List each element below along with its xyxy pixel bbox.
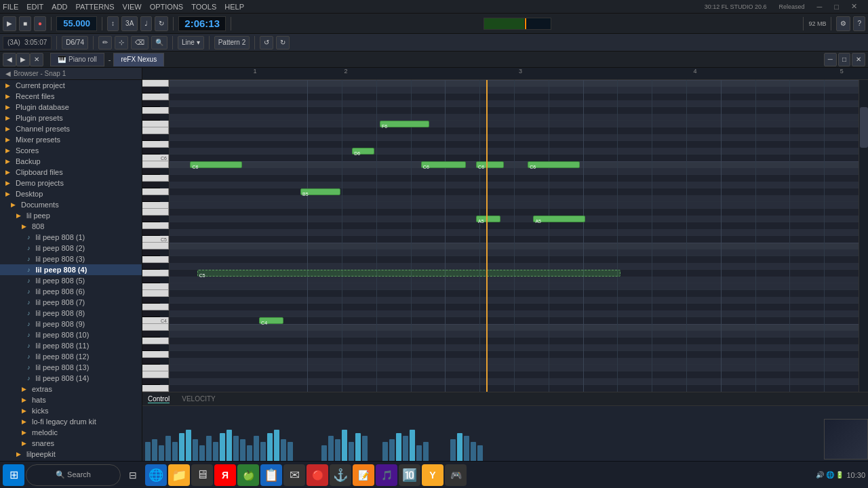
piano-key-31[interactable]	[142, 290, 169, 297]
piano-key-41[interactable]	[142, 358, 160, 365]
piano-key-27[interactable]	[142, 263, 160, 270]
piano-key-43[interactable]	[142, 371, 169, 378]
minimize-button[interactable]: ─	[817, 3, 823, 11]
piano-key-40[interactable]	[142, 351, 169, 358]
sidebar-item-20[interactable]: ♪lil peep 808 (7)	[0, 297, 142, 308]
note-10[interactable]: A5	[533, 216, 585, 222]
velocity-tab[interactable]: VELOCITY	[182, 395, 215, 403]
sidebar-item-11[interactable]: ▶Documents	[0, 199, 142, 210]
piano-key-8[interactable]	[142, 134, 160, 141]
piano-key-0[interactable]	[142, 80, 169, 87]
stop-button[interactable]: ■	[19, 16, 31, 31]
sidebar-item-26[interactable]: ♪lil peep 808 (13)	[0, 362, 142, 373]
piano-key-5[interactable]	[142, 114, 160, 121]
sidebar-item-23[interactable]: ♪lil peep 808 (10)	[0, 329, 142, 340]
app1-taskbar[interactable]: 🍏	[237, 464, 259, 486]
piano-key-33[interactable]	[142, 304, 169, 310]
piano-key-15[interactable]	[142, 182, 160, 188]
piano-key-2[interactable]	[142, 94, 169, 100]
menu-add[interactable]: ADD	[52, 3, 67, 11]
sidebar-item-34[interactable]: ▶lilpeepkit	[0, 449, 142, 460]
note-9[interactable]: C6	[528, 161, 579, 168]
sidebar-item-32[interactable]: ▶melodic	[0, 427, 142, 438]
sidebar-item-8[interactable]: ▶Clipboard files	[0, 167, 142, 178]
note-2[interactable]: B5	[300, 188, 340, 195]
nav-close[interactable]: ✕	[30, 53, 43, 66]
app3-taskbar[interactable]: 🔟	[399, 464, 420, 486]
sidebar-item-14[interactable]: ♪lil peep 808 (1)	[0, 232, 142, 243]
note-6[interactable]: C6	[476, 161, 504, 168]
piano-key-20[interactable]	[142, 216, 160, 222]
menu-view[interactable]: VIEW	[123, 3, 142, 11]
sidebar-item-19[interactable]: ♪lil peep 808 (6)	[0, 286, 142, 297]
menu-options[interactable]: OPTIONS	[150, 3, 184, 11]
note-1[interactable]: C4	[259, 317, 283, 324]
piano-key-21[interactable]	[142, 222, 169, 229]
menu-help[interactable]: HELP	[224, 3, 244, 11]
tab-minimize[interactable]: ─	[824, 53, 837, 66]
snap-button[interactable]: ↕	[107, 16, 119, 31]
control-tab[interactable]: Control	[148, 395, 170, 403]
undo-button[interactable]: ↺	[260, 36, 273, 49]
select-tool[interactable]: ⊹	[115, 36, 128, 49]
snap-type[interactable]: Line ▾	[178, 36, 204, 49]
piano-key-22[interactable]	[142, 229, 160, 236]
mail-taskbar[interactable]: ✉	[283, 464, 305, 486]
note-8[interactable]: C5	[197, 270, 621, 277]
metronome-button[interactable]: ♩	[140, 16, 152, 31]
mixer-button[interactable]: ⚙	[836, 16, 850, 31]
piano-key-32[interactable]	[142, 297, 160, 304]
sidebar-item-7[interactable]: ▶Backup	[0, 156, 142, 167]
piano-key-38[interactable]	[142, 338, 169, 344]
piano-key-12[interactable]	[142, 161, 169, 168]
pattern-display[interactable]: 3A	[121, 16, 138, 31]
piano-key-30[interactable]	[142, 283, 169, 290]
note-4[interactable]: F6	[380, 121, 429, 127]
piano-key-28[interactable]	[142, 270, 169, 277]
piano-key-36[interactable]	[142, 324, 169, 331]
note-5[interactable]: C6	[421, 161, 466, 168]
piano-key-37[interactable]	[142, 331, 160, 338]
close-button[interactable]: ✕	[851, 2, 857, 11]
start-button[interactable]: ⊞	[3, 464, 24, 486]
sidebar-item-0[interactable]: ▶Current project	[0, 80, 142, 91]
menu-tools[interactable]: TOOLS	[191, 3, 216, 11]
sidebar-item-31[interactable]: ▶lo-fi legacy drum kit	[0, 416, 142, 427]
piano-key-7[interactable]	[142, 127, 169, 134]
calendar-taskbar[interactable]: 📋	[260, 464, 282, 486]
piano-key-35[interactable]: C4	[142, 317, 169, 324]
taskview-button[interactable]: ⊟	[122, 464, 144, 486]
sidebar-item-4[interactable]: ▶Channel presets	[0, 123, 142, 134]
maximize-button[interactable]: □	[834, 3, 839, 11]
app2-taskbar[interactable]: 🔴	[307, 464, 328, 486]
music-taskbar[interactable]: 🎵	[376, 464, 397, 486]
piano-key-29[interactable]	[142, 277, 160, 283]
sidebar-item-1[interactable]: ▶Recent files	[0, 91, 142, 102]
sidebar-item-28[interactable]: ▶extras	[0, 384, 142, 394]
sidebar-item-16[interactable]: ♪lil peep 808 (3)	[0, 253, 142, 264]
terminal-taskbar[interactable]: 🖥	[191, 464, 213, 486]
sidebar-item-18[interactable]: ♪lil peep 808 (5)	[0, 275, 142, 286]
piano-key-16[interactable]	[142, 188, 169, 195]
piano-key-44[interactable]	[142, 378, 160, 385]
sidebar-item-22[interactable]: ♪lil peep 808 (9)	[0, 319, 142, 329]
sidebar-item-12[interactable]: ▶lil peep	[0, 210, 142, 221]
piano-key-25[interactable]	[142, 249, 160, 256]
piano-key-26[interactable]	[142, 256, 169, 263]
anchor-taskbar[interactable]: ⚓	[330, 464, 351, 486]
tab-close[interactable]: ✕	[852, 53, 865, 66]
tab-plugin[interactable]: reFX Nexus	[113, 53, 164, 66]
play-button[interactable]: ▶	[3, 16, 16, 31]
piano-key-13[interactable]	[142, 168, 160, 175]
record-button[interactable]: ●	[34, 16, 46, 31]
sidebar-item-27[interactable]: ♪lil peep 808 (14)	[0, 373, 142, 384]
sidebar-item-5[interactable]: ▶Mixer presets	[0, 134, 142, 145]
browser-taskbar[interactable]: 🌐	[145, 464, 167, 486]
piano-key-6[interactable]	[142, 121, 169, 127]
tempo-display[interactable]: 55.000	[56, 16, 97, 31]
sidebar-item-33[interactable]: ▶snares	[0, 438, 142, 449]
piano-key-18[interactable]	[142, 202, 169, 209]
piano-key-10[interactable]	[142, 148, 160, 155]
sidebar-item-10[interactable]: ▶Desktop	[0, 188, 142, 199]
note-7[interactable]: A5	[476, 216, 500, 222]
